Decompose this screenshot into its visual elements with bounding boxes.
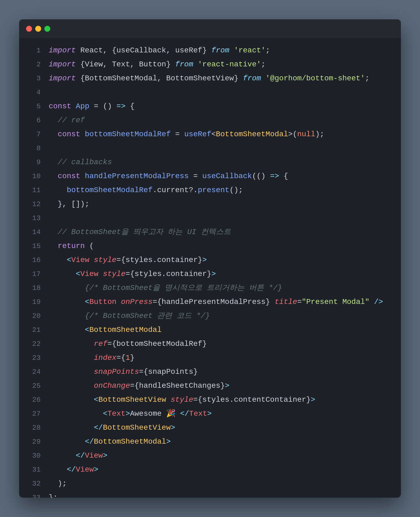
plain-token: ={styles.contentContainer} [193, 396, 311, 404]
var-name-token: bottomSheetModalRef [67, 186, 152, 194]
plain-token [49, 451, 76, 460]
plain-token: = () [89, 102, 116, 110]
str-token: "Present Modal" [302, 298, 369, 306]
line-code: const App = () => { [49, 99, 396, 113]
plain-token: ={bottomSheetModalRef} [107, 340, 207, 348]
minimize-button[interactable] [35, 26, 41, 32]
line-number: 16 [24, 253, 41, 267]
plain-token: {BottomSheetModal, BottomSheetView} [76, 74, 243, 82]
plain-token: {View, Text, Button} [76, 60, 175, 69]
line-code: <View style={styles.container}> [49, 253, 396, 267]
code-line: 15 return ( [19, 239, 401, 253]
line-number: 23 [24, 351, 41, 365]
kw-const-token: const [49, 102, 71, 110]
tag-bracket-token: > [225, 382, 229, 390]
plain-token [49, 423, 94, 432]
line-number: 27 [24, 407, 41, 421]
prop-token: onPress [121, 298, 153, 306]
prop-token: title [275, 298, 297, 306]
plain-token [49, 312, 85, 320]
plain-token: ( [85, 242, 94, 250]
line-number: 26 [24, 393, 41, 407]
plain-token [369, 298, 374, 306]
var-name-token: bottomSheetModalRef [85, 130, 170, 138]
plain-token [98, 270, 103, 278]
str-token: 'react-native' [198, 60, 261, 69]
code-line: 5const App = () => { [19, 99, 401, 113]
code-line: 32 ); [19, 477, 401, 491]
tag-bracket-token: < [94, 396, 98, 404]
code-line: 3import {BottomSheetModal, BottomSheetVi… [19, 71, 401, 85]
code-line: 21 <BottomSheetModal [19, 323, 401, 337]
line-code: }, []); [49, 197, 396, 211]
line-code: return ( [49, 239, 396, 253]
code-line: 25 onChange={handleSheetChanges}> [19, 379, 401, 393]
str-token: 'react' [234, 46, 266, 55]
str-token: '@gorhom/bottom-sheet' [266, 74, 365, 82]
plain-token [193, 60, 198, 69]
tag-bracket-token: > [126, 410, 130, 418]
tag-bracket-token: < [85, 326, 89, 334]
tag-name-comp-token: BottomSheetView [98, 396, 166, 404]
plain-token [49, 326, 85, 334]
code-line: 11 bottomSheetModalRef.current?.present(… [19, 183, 401, 197]
line-number: 32 [24, 477, 41, 491]
line-code: <Button onPress={handlePresentModalPress… [49, 295, 396, 309]
plain-token: ={snapPoints} [139, 368, 198, 376]
line-number: 13 [24, 211, 41, 225]
code-line: 18 {/* BottomSheet을 명시적으로 트리거하는 버튼 */} [19, 281, 401, 295]
plain-token [49, 340, 94, 348]
line-code: ref={bottomSheetModalRef} [49, 337, 396, 351]
line-code: <Text>Awesome 🎉 </Text> [49, 407, 396, 421]
line-number: 21 [24, 323, 41, 337]
fn-token: handlePresentModalPress [85, 172, 188, 180]
tag-bracket-token: > [202, 256, 207, 264]
plain-token: ={styles.container} [126, 270, 211, 278]
kw-const-token: const [58, 172, 80, 180]
plain-token [49, 172, 58, 180]
prop-token: style [171, 396, 193, 404]
plain-token: ; [266, 46, 270, 55]
plain-token [166, 396, 171, 404]
fn-token: useRef [184, 130, 211, 138]
plain-token [49, 437, 85, 446]
plain-token: ={handlePresentModalPress} [153, 298, 275, 306]
plain-token: ={handleSheetChanges} [130, 382, 225, 390]
plain-token [49, 410, 103, 418]
plain-token: (() [252, 172, 270, 180]
num-token: 1 [126, 354, 130, 362]
plain-token: ); [49, 479, 67, 488]
line-code: bottomSheetModalRef.current?.present(); [49, 183, 396, 197]
plain-token [71, 102, 76, 110]
plain-token: = [171, 130, 184, 138]
code-line: 23 index={1} [19, 351, 401, 365]
close-button[interactable] [26, 26, 32, 32]
tag-bracket-token: </ [76, 451, 85, 460]
plain-token: { [126, 102, 135, 110]
line-number: 17 [24, 267, 41, 281]
plain-token: { [279, 172, 288, 180]
prop-token: ref [94, 340, 107, 348]
code-line: 24 snapPoints={snapPoints} [19, 365, 401, 379]
line-number: 14 [24, 225, 41, 239]
line-code: <BottomSheetModal [49, 323, 396, 337]
null-val-token: null [297, 130, 315, 138]
line-code: // callbacks [49, 155, 396, 169]
code-line: 6 // ref [19, 113, 401, 127]
plain-token: = [189, 172, 202, 180]
code-line: 14 // BottomSheet을 띄우고자 하는 UI 컨텍스트 [19, 225, 401, 239]
tag-bracket-token: > [103, 451, 108, 460]
prop-token: onChange [94, 382, 130, 390]
line-code: const handlePresentModalPress = useCallb… [49, 169, 396, 183]
plain-token: (); [229, 186, 243, 194]
line-number: 19 [24, 295, 41, 309]
line-number: 1 [24, 44, 41, 58]
plain-token [49, 284, 85, 292]
code-line: 2import {View, Text, Button} from 'react… [19, 58, 401, 71]
line-number: 10 [24, 169, 41, 183]
plain-token [49, 368, 94, 376]
maximize-button[interactable] [44, 26, 50, 32]
line-code: </View> [49, 449, 396, 463]
line-number: 22 [24, 337, 41, 351]
plain-token: }; [49, 493, 58, 498]
